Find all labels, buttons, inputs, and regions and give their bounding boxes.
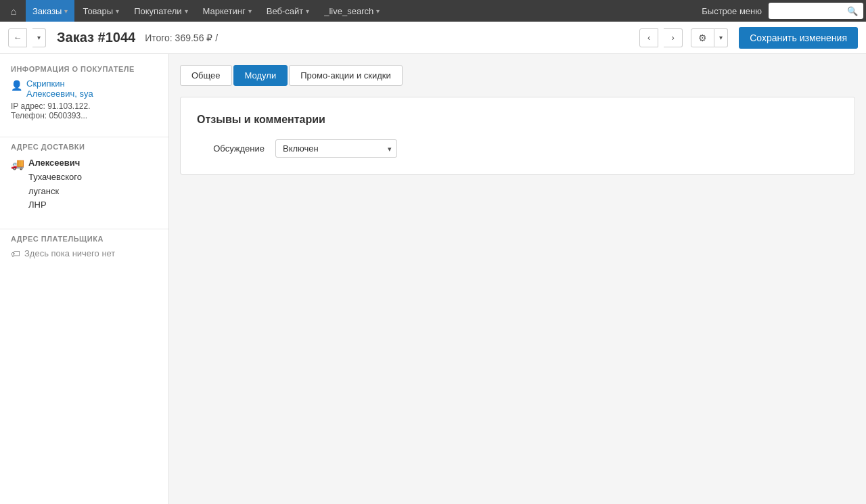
truck-icon: 🚚 xyxy=(11,158,24,170)
customer-name-block: Скрипкин Алексеевич, sya xyxy=(26,78,93,99)
content-area: Общее Модули Промо-акции и скидки Отзывы… xyxy=(169,54,866,504)
customer-info: 👤 Скрипкин Алексеевич, sya IP адрес: 91.… xyxy=(0,78,168,131)
discussion-select-wrapper: Включен Выключен ▾ xyxy=(275,139,397,158)
delivery-street: Тухачевского xyxy=(28,170,82,185)
prev-order-button[interactable]: ‹ xyxy=(639,28,658,47)
tag-icon: 🏷 xyxy=(11,248,20,259)
navbar: ⌂ Заказы ▾ Товары ▾ Покупатели ▾ Маркети… xyxy=(0,0,866,22)
nav-livesearch-arrow: ▾ xyxy=(376,7,380,15)
search-input[interactable] xyxy=(773,6,847,16)
customer-phone-value: 0500393... xyxy=(49,111,87,120)
tabs: Общее Модули Промо-акции и скидки xyxy=(180,65,855,86)
customer-ip-label: IP адрес: xyxy=(11,101,45,111)
customer-phone: Телефон: 0500393... xyxy=(11,111,158,120)
discussion-select[interactable]: Включен Выключен xyxy=(275,139,397,158)
nav-products-label: Товары xyxy=(83,6,113,16)
nav-marketing-arrow: ▾ xyxy=(248,7,252,15)
sidebar-divider-1 xyxy=(0,137,168,137)
nav-customers-arrow: ▾ xyxy=(185,7,188,15)
back-button[interactable]: ← xyxy=(8,28,27,47)
delivery-address-lines: Алексеевич Тухачевского луганск ЛНР xyxy=(28,156,82,212)
customer-icon: 👤 xyxy=(11,80,22,91)
customer-name-row: 👤 Скрипкин Алексеевич, sya xyxy=(11,78,158,99)
home-button[interactable]: ⌂ xyxy=(3,0,24,22)
nav-livesearch-label: _live_search xyxy=(324,6,373,16)
save-button[interactable]: Сохранить изменения xyxy=(739,27,858,49)
settings-group: ⚙ ▾ xyxy=(691,28,728,47)
settings-dropdown-button[interactable]: ▾ xyxy=(714,28,728,47)
order-total: Итого: 369.56 ₽ / xyxy=(145,32,218,43)
search-icon: 🔍 xyxy=(847,6,858,16)
delivery-address: 🚚 Алексеевич Тухачевского луганск ЛНР xyxy=(0,156,168,223)
customer-ip: IP адрес: 91.103.122. xyxy=(11,101,158,111)
delivery-city: луганск xyxy=(28,185,82,199)
nav-marketing-label: Маркетинг xyxy=(203,6,246,16)
nav-orders[interactable]: Заказы ▾ xyxy=(26,0,74,22)
tab-promo[interactable]: Промо-акции и скидки xyxy=(289,65,403,86)
discussion-label: Обсуждение xyxy=(197,143,265,154)
billing-section-title: АДРЕС ПЛАТЕЛЬЩИКА xyxy=(0,235,168,248)
order-title: Заказ #1044 xyxy=(57,30,135,45)
nav-website-arrow: ▾ xyxy=(306,7,309,15)
customer-phone-label: Телефон: xyxy=(11,111,47,120)
nav-orders-arrow: ▾ xyxy=(64,7,68,15)
nav-livesearch[interactable]: _live_search ▾ xyxy=(317,0,386,22)
next-order-button[interactable]: › xyxy=(664,28,683,47)
customer-ip-value: 91.103.122. xyxy=(47,101,90,111)
nav-products[interactable]: Товары ▾ xyxy=(76,0,126,22)
discussion-row: Обсуждение Включен Выключен ▾ xyxy=(197,139,838,158)
nav-orders-label: Заказы xyxy=(32,6,62,16)
sidebar-divider-2 xyxy=(0,229,168,229)
nav-marketing[interactable]: Маркетинг ▾ xyxy=(196,0,258,22)
billing-address: 🏷 Здесь пока ничего нет xyxy=(0,248,168,270)
nav-customers-label: Покупатели xyxy=(134,6,181,16)
nav-customers[interactable]: Покупатели ▾ xyxy=(127,0,194,22)
nav-website[interactable]: Веб-сайт ▾ xyxy=(260,0,316,22)
nav-website-label: Веб-сайт xyxy=(267,6,303,16)
delivery-section-title: АДРЕС ДОСТАВКИ xyxy=(0,143,168,156)
billing-empty-text: Здесь пока ничего нет xyxy=(24,248,115,258)
delivery-country: ЛНР xyxy=(28,198,82,212)
customer-name-link2[interactable]: Алексеевич, sya xyxy=(26,89,93,99)
quick-menu-button[interactable]: Быстрое меню xyxy=(702,6,762,16)
billing-address-row: 🏷 Здесь пока ничего нет xyxy=(11,248,158,259)
main-layout: ИНФОРМАЦИЯ О ПОКУПАТЕЛЕ 👤 Скрипкин Алекс… xyxy=(0,54,866,504)
customer-section-title: ИНФОРМАЦИЯ О ПОКУПАТЕЛЕ xyxy=(0,65,168,78)
sidebar: ИНФОРМАЦИЯ О ПОКУПАТЕЛЕ 👤 Скрипкин Алекс… xyxy=(0,54,169,504)
settings-button[interactable]: ⚙ xyxy=(691,28,714,47)
tab-general[interactable]: Общее xyxy=(180,65,232,86)
tab-modules[interactable]: Модули xyxy=(233,65,288,86)
delivery-address-row: 🚚 Алексеевич Тухачевского луганск ЛНР xyxy=(11,156,158,212)
module-panel-title: Отзывы и комментарии xyxy=(197,114,838,126)
module-panel: Отзывы и комментарии Обсуждение Включен … xyxy=(180,97,855,175)
search-box: 🔍 xyxy=(769,3,863,19)
back-dropdown-button[interactable]: ▾ xyxy=(32,28,46,47)
delivery-name: Алексеевич xyxy=(28,156,82,170)
nav-products-arrow: ▾ xyxy=(116,7,119,15)
toolbar: ← ▾ Заказ #1044 Итого: 369.56 ₽ / ‹ › ⚙ … xyxy=(0,22,866,54)
customer-name-link[interactable]: Скрипкин xyxy=(26,78,93,89)
